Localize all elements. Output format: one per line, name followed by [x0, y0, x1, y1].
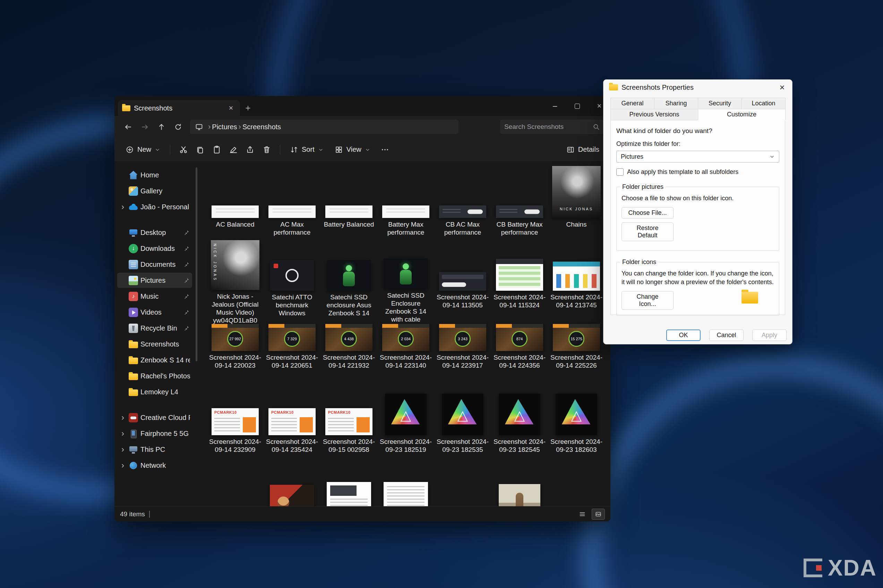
- sidebar-scrollbar[interactable]: [196, 167, 197, 362]
- sidebar-item-lemokey-l4[interactable]: Lemokey L4: [117, 384, 192, 399]
- file-item[interactable]: Screenshot 2024-09-23 182603: [548, 394, 605, 473]
- file-item[interactable]: AC Max performance: [263, 163, 320, 240]
- tab-location[interactable]: Location: [742, 98, 785, 109]
- change-icon-button[interactable]: Change Icon...: [621, 291, 674, 310]
- file-item[interactable]: PCMARK10Screenshot 2024-09-15 002958: [320, 394, 378, 473]
- file-item[interactable]: NICK JONASNick Jonas - Jealous (Official…: [207, 240, 263, 323]
- sidebar-item-creative-cloud-f[interactable]: ›Creative Cloud F: [117, 410, 192, 425]
- sidebar-item-recycle-bin[interactable]: Recycle Bin: [117, 321, 192, 336]
- file-item[interactable]: AC Balanced: [207, 163, 263, 240]
- paste-button[interactable]: [208, 142, 225, 158]
- file-item[interactable]: 27 992Screenshot 2024-09-14 220023: [207, 323, 263, 394]
- file-item-partial[interactable]: [263, 473, 320, 506]
- sidebar-item-rachel-s-photos[interactable]: Rachel's Photos: [117, 368, 192, 384]
- breadcrumb-item-pictures[interactable]: Pictures: [212, 123, 237, 131]
- sidebar-item-jo-o-personal[interactable]: ›João - Personal: [117, 199, 192, 214]
- file-item[interactable]: 7 329Screenshot 2024-09-14 220651: [263, 323, 320, 394]
- view-button[interactable]: View: [330, 142, 375, 158]
- thumbnail-view-button[interactable]: [592, 508, 605, 520]
- sidebar-item-downloads[interactable]: Downloads: [117, 241, 192, 256]
- sidebar-item-videos[interactable]: Videos: [117, 304, 192, 320]
- restore-default-button[interactable]: Restore Default: [621, 222, 674, 241]
- sidebar-item-home[interactable]: Home: [117, 167, 192, 183]
- optimize-select[interactable]: Pictures: [616, 151, 779, 162]
- choose-file-button[interactable]: Choose File...: [621, 207, 674, 219]
- cancel-button[interactable]: Cancel: [709, 330, 743, 341]
- file-item[interactable]: Satechi ATTO benchmark Windows: [263, 240, 320, 323]
- file-item[interactable]: PCMARK10Screenshot 2024-09-14 235424: [263, 394, 320, 473]
- tab-customize[interactable]: Customize: [698, 109, 785, 120]
- file-item[interactable]: 2 034Screenshot 2024-09-14 223140: [378, 323, 434, 394]
- file-item[interactable]: Screenshot 2024-09-23 182519: [378, 394, 434, 473]
- file-item[interactable]: Battery Balanced: [320, 163, 378, 240]
- details-button[interactable]: Details: [561, 142, 604, 158]
- file-item-partial[interactable]: [378, 473, 434, 506]
- sidebar-item-documents[interactable]: Documents: [117, 257, 192, 272]
- dialog-close-button[interactable]: ×: [774, 81, 790, 93]
- chevron-right-icon[interactable]: ›: [119, 462, 126, 469]
- tab-general[interactable]: General: [611, 98, 654, 109]
- chevron-right-icon[interactable]: ›: [119, 446, 126, 453]
- apply-button[interactable]: Apply: [752, 330, 787, 341]
- search-input[interactable]: [504, 123, 590, 130]
- file-item[interactable]: 15 275Screenshot 2024-09-14 225226: [548, 323, 605, 394]
- file-item[interactable]: Screenshot 2024-09-23 182535: [434, 394, 491, 473]
- tab-security[interactable]: Security: [698, 98, 742, 109]
- file-item[interactable]: Satechi SSD enclosure Asus Zenbook S 14: [320, 240, 378, 323]
- copy-button[interactable]: [192, 142, 208, 158]
- file-item[interactable]: PCMARK10Screenshot 2024-09-14 232909: [207, 394, 263, 473]
- sidebar-item-gallery[interactable]: Gallery: [117, 183, 192, 198]
- file-item[interactable]: 3 243Screenshot 2024-09-14 223917: [434, 323, 491, 394]
- delete-button[interactable]: [259, 142, 275, 158]
- share-button[interactable]: [242, 142, 259, 158]
- sidebar-item-screenshots[interactable]: Screenshots: [117, 336, 192, 352]
- search-box[interactable]: [500, 120, 604, 134]
- subfolders-checkbox[interactable]: [616, 168, 624, 176]
- ok-button[interactable]: OK: [666, 330, 701, 341]
- sidebar-item-zenbook-s-14-re[interactable]: Zenbook S 14 re: [117, 352, 192, 368]
- cut-button[interactable]: [175, 142, 192, 158]
- file-item[interactable]: 4 438Screenshot 2024-09-14 221932: [320, 323, 378, 394]
- file-item[interactable]: Screenshot 2024-09-23 182545: [491, 394, 548, 473]
- file-item[interactable]: CB AC Max performance: [434, 163, 491, 240]
- tab-sharing[interactable]: Sharing: [654, 98, 698, 109]
- maximize-button[interactable]: [566, 96, 588, 116]
- rename-button[interactable]: [225, 142, 242, 158]
- chevron-right-icon[interactable]: ›: [119, 430, 126, 437]
- new-button[interactable]: New: [121, 142, 165, 158]
- file-item[interactable]: CB Battery Max performance: [491, 163, 548, 240]
- file-item[interactable]: Satechi SSD Enclosure Zenbook S 14 with …: [378, 240, 434, 323]
- back-button[interactable]: [121, 120, 135, 134]
- file-item-partial[interactable]: [320, 473, 378, 506]
- sidebar-item-fairphone-5-5g[interactable]: ›Fairphone 5 5G: [117, 426, 192, 441]
- sort-button[interactable]: Sort: [285, 142, 328, 158]
- chevron-right-icon[interactable]: ›: [119, 414, 126, 421]
- tab-screenshots[interactable]: Screenshots ×: [118, 100, 240, 116]
- sidebar-item-desktop[interactable]: Desktop: [117, 225, 192, 240]
- refresh-button[interactable]: [171, 120, 185, 134]
- sidebar-item-pictures[interactable]: Pictures: [117, 273, 192, 288]
- chevron-right-icon[interactable]: ›: [119, 203, 126, 210]
- file-item[interactable]: 874Screenshot 2024-09-14 224356: [491, 323, 548, 394]
- file-item[interactable]: Screenshot 2024-09-14 115324: [491, 240, 548, 323]
- sidebar-item-music[interactable]: Music: [117, 289, 192, 304]
- details-view-button[interactable]: [576, 508, 589, 520]
- file-item[interactable]: NICK JONASChains: [548, 163, 605, 240]
- up-button[interactable]: [154, 120, 168, 134]
- breadcrumb-item-screenshots[interactable]: Screenshots: [242, 123, 281, 131]
- file-item[interactable]: Battery Max performance: [378, 163, 434, 240]
- search-icon[interactable]: [593, 123, 600, 130]
- tab-previous-versions[interactable]: Previous Versions: [611, 109, 698, 120]
- tab-close-icon[interactable]: ×: [226, 104, 236, 112]
- file-item[interactable]: Screenshot 2024-09-14 213745: [548, 240, 605, 323]
- minimize-button[interactable]: –: [544, 96, 566, 116]
- address-bar[interactable]: ›Pictures›Screenshots: [190, 120, 459, 134]
- new-tab-button[interactable]: [240, 100, 256, 116]
- sidebar-item-network[interactable]: ›Network: [117, 458, 192, 473]
- file-item[interactable]: Screenshot 2024-09-14 113505: [434, 240, 491, 323]
- forward-button[interactable]: [137, 120, 152, 134]
- details-button-label: Details: [578, 146, 599, 153]
- sidebar-item-this-pc[interactable]: ›This PC: [117, 442, 192, 457]
- more-options-button[interactable]: [377, 142, 393, 158]
- file-item-partial[interactable]: [491, 473, 548, 506]
